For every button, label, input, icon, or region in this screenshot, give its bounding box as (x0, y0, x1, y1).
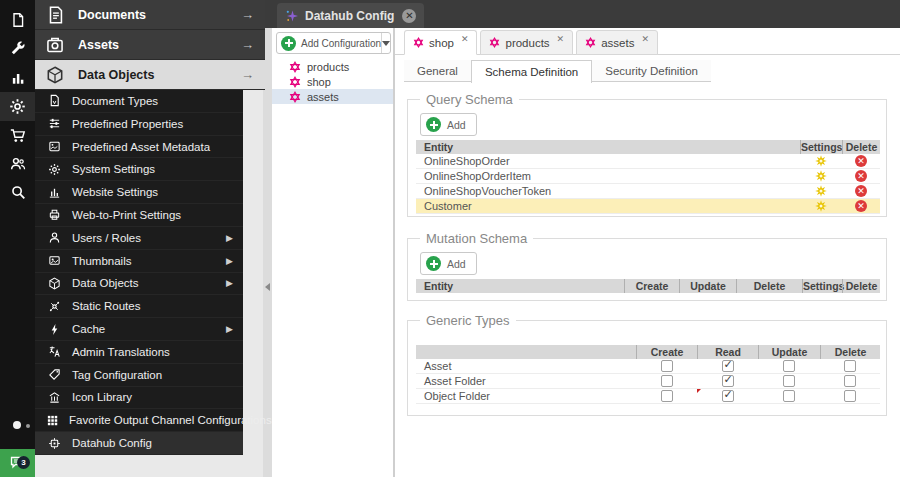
table-row[interactable]: Asset Folder (416, 374, 880, 389)
sidebar-section-assets[interactable]: Assets → (35, 30, 265, 60)
tab-products[interactable]: products ✕ (480, 30, 573, 55)
hexagram-icon (585, 37, 596, 48)
notification-count-badge: 3 (17, 456, 30, 469)
close-icon[interactable]: ✕ (641, 34, 649, 44)
datahub-config-panel: Add Configuration products shop assets (272, 28, 394, 477)
row-settings-button[interactable] (800, 169, 842, 184)
menu-item-system-settings[interactable]: System Settings (35, 158, 243, 181)
menu-item-favorite-output-channels[interactable]: Favorite Output Channel Configurations (35, 409, 243, 432)
table-row[interactable]: OnlineShopVoucherToken ✕ (416, 184, 880, 199)
reports-icon[interactable] (0, 63, 35, 92)
translate-icon (46, 345, 62, 358)
perspective-dots[interactable] (0, 418, 35, 432)
menu-item-icon-library[interactable]: Icon Library (35, 387, 243, 410)
menu-item-static-routes[interactable]: Static Routes (35, 295, 243, 318)
subtab-general[interactable]: General (404, 60, 471, 82)
settings-icon[interactable] (0, 92, 35, 121)
section-label: Assets (78, 38, 119, 52)
workspace-tab-datahub[interactable]: Datahub Config ✕ (277, 3, 424, 28)
sliders-icon (46, 117, 62, 130)
mutation-schema-fieldset: Mutation Schema Add Entity Create Update… (407, 238, 887, 301)
tab-assets[interactable]: assets ✕ (576, 30, 658, 55)
subtab-security-definition[interactable]: Security Definition (592, 60, 711, 82)
definition-subtabs: General Schema Definition Security Defin… (404, 60, 711, 82)
subtab-schema-definition[interactable]: Schema Definition (471, 60, 592, 83)
table-row[interactable]: Asset (416, 359, 880, 374)
panel-splitter[interactable] (263, 28, 272, 477)
update-checkbox[interactable] (783, 360, 795, 372)
update-checkbox[interactable] (783, 375, 795, 387)
ecommerce-cart-icon[interactable] (0, 121, 35, 150)
delete-checkbox[interactable] (844, 360, 856, 372)
hexagram-icon (289, 61, 301, 73)
update-checkbox[interactable] (783, 390, 795, 402)
tree-item-products[interactable]: products (272, 59, 393, 74)
menu-item-web-to-print[interactable]: Web-to-Print Settings (35, 204, 243, 227)
tree-item-assets[interactable]: assets (272, 89, 393, 104)
row-delete-button[interactable]: ✕ (842, 199, 880, 214)
menu-item-document-types[interactable]: Document Types (35, 90, 243, 113)
dot-icon (13, 421, 21, 429)
row-settings-button[interactable] (800, 154, 842, 169)
menu-item-predefined-properties[interactable]: Predefined Properties (35, 113, 243, 136)
dirty-cell-marker (697, 389, 701, 393)
tree-item-shop[interactable]: shop (272, 74, 393, 89)
row-settings-button[interactable] (800, 184, 842, 199)
notifications-button[interactable]: 3 (0, 449, 35, 477)
close-icon[interactable]: ✕ (557, 34, 565, 44)
delete-checkbox[interactable] (844, 375, 856, 387)
tab-shop[interactable]: shop ✕ (404, 30, 477, 55)
row-delete-button[interactable]: ✕ (842, 184, 880, 199)
tools-icon[interactable] (0, 34, 35, 63)
delete-icon: ✕ (855, 200, 867, 212)
read-checkbox[interactable] (722, 375, 734, 387)
row-delete-button[interactable]: ✕ (842, 169, 880, 184)
create-checkbox[interactable] (661, 360, 673, 372)
sidebar-section-data-objects[interactable]: Data Objects → (35, 60, 265, 90)
close-icon[interactable]: ✕ (402, 9, 416, 23)
table-row[interactable]: Object Folder (416, 389, 880, 404)
section-label: Documents (78, 8, 146, 22)
query-add-button[interactable]: Add (420, 113, 477, 136)
read-checkbox[interactable] (722, 390, 734, 402)
read-checkbox[interactable] (722, 360, 734, 372)
menu-item-data-objects[interactable]: Data Objects ▶ (35, 273, 243, 296)
collapse-left-icon[interactable] (265, 283, 270, 291)
documents-icon[interactable] (0, 5, 35, 34)
table-row[interactable]: OnlineShopOrder ✕ (416, 154, 880, 169)
close-icon[interactable]: ✕ (461, 34, 469, 44)
create-checkbox[interactable] (661, 390, 673, 402)
row-settings-button[interactable] (800, 199, 842, 214)
menu-item-users-roles[interactable]: Users / Roles ▶ (35, 227, 243, 250)
add-configuration-button[interactable]: Add Configuration (276, 32, 391, 54)
caret-down-icon (382, 41, 390, 46)
users-icon[interactable] (0, 149, 35, 178)
table-row[interactable]: OnlineShopOrderItem ✕ (416, 169, 880, 184)
gear-icon (46, 163, 62, 176)
create-checkbox[interactable] (661, 375, 673, 387)
generic-types-fieldset: Generic Types Create Read Update Delete … (407, 320, 887, 416)
sidebar-section-documents[interactable]: Documents → (35, 0, 265, 30)
delete-checkbox[interactable] (844, 390, 856, 402)
bar-settings-icon (46, 186, 62, 199)
document-icon (46, 6, 66, 24)
add-configuration-dropdown[interactable] (381, 33, 390, 53)
menu-item-predefined-asset-metadata[interactable]: Predefined Asset Metadata (35, 136, 243, 159)
configuration-tree: products shop assets (272, 59, 393, 104)
menu-item-cache[interactable]: Cache ▶ (35, 318, 243, 341)
menu-item-tag-configuration[interactable]: Tag Configuration (35, 364, 243, 387)
search-icon[interactable] (0, 177, 35, 206)
menu-item-thumbnails[interactable]: Thumbnails ▶ (35, 250, 243, 273)
menu-item-admin-translations[interactable]: Admin Translations (35, 341, 243, 364)
menu-item-datahub-config[interactable]: Datahub Config (35, 432, 243, 455)
mutation-add-button[interactable]: Add (420, 252, 477, 275)
user-icon (46, 231, 62, 244)
query-schema-grid: Entity Settings Delete OnlineShopOrder ✕… (416, 140, 880, 214)
row-delete-button[interactable]: ✕ (842, 154, 880, 169)
tag-icon (46, 368, 62, 381)
table-row-selected[interactable]: Customer ✕ (416, 199, 880, 214)
fieldset-legend: Query Schema (420, 92, 519, 107)
sparkle-icon (285, 9, 299, 23)
menu-item-website-settings[interactable]: Website Settings (35, 181, 243, 204)
pimcore-admin: Datahub Config ✕ 3 (0, 0, 900, 477)
